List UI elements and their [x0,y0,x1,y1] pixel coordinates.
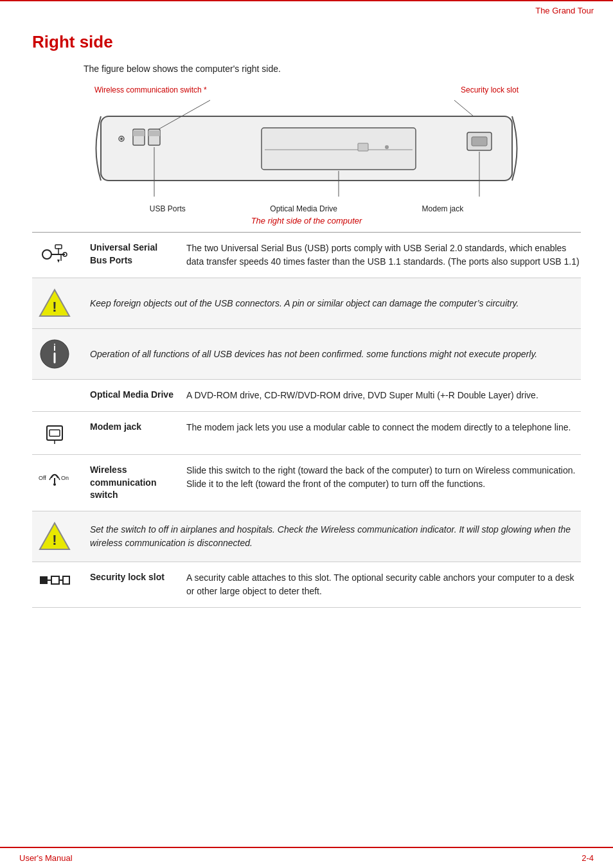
svg-point-18 [42,250,51,259]
svg-rect-43 [63,576,69,584]
svg-text:On: On [61,475,69,481]
modem-feature-desc: The modem jack lets you use a modular ca… [186,421,581,434]
top-bar: The Grand Tour [0,0,613,19]
svg-rect-10 [358,143,368,151]
label-optical: Optical Media Drive [270,204,337,213]
footer-left: User's Manual [19,853,73,863]
feature-row-optical: Optical Media Drive A DVD-ROM drive, CD-… [32,380,581,412]
label-security: Security lock slot [461,85,519,94]
svg-line-14 [454,100,474,116]
laptop-diagram-svg [82,97,531,200]
feature-row-wireless: Off On Wireless communication switch Sli… [32,455,581,511]
svg-rect-13 [472,137,487,146]
warning-icon-1: ! [32,287,77,319]
svg-text:i: i [53,342,56,353]
usb-feature-desc: The two Universal Serial Bus (USB) ports… [186,242,581,269]
modem-icon [32,421,77,445]
usb-icon [32,242,77,267]
footer: User's Manual 2-4 [0,847,613,868]
diagram-labels-bottom: USB Ports Optical Media Drive Modem jack [82,204,531,213]
wireless-warning-text: Set the switch to off in airplanes and h… [90,523,581,550]
label-usb: USB Ports [150,204,186,213]
main-content: Right side The figure below shows the co… [0,19,613,646]
page-title: Right side [32,32,581,52]
wireless-feature-desc: Slide this switch to the right (toward t… [186,464,581,491]
optical-feature-title: Optical Media Drive [90,389,173,402]
usb-feature-title: Universal Serial Bus Ports [90,242,173,267]
svg-rect-39 [40,576,48,584]
label-wireless: Wireless communication switch * [94,85,207,94]
wireless-feature-title: Wireless communication switch [90,464,173,502]
optical-feature-desc: A DVD-ROM drive, CD-RW/DVD-ROM drive, DV… [186,389,581,402]
usb-warning-text: Keep foreign objects out of the USB conn… [90,297,581,310]
svg-marker-23 [57,260,60,263]
diagram-caption: The right side of the computer [82,216,531,226]
notice-row-usb-warning: ! Keep foreign objects out of the USB co… [32,278,581,329]
security-feature-title: Security lock slot [90,571,173,584]
usb-info-text: Operation of all functions of all USB de… [90,348,581,361]
feature-row-modem: Modem jack The modem jack lets you use a… [32,412,581,455]
diagram-labels-top: Wireless communication switch * Security… [82,85,531,94]
svg-point-6 [120,137,123,140]
svg-text:!: ! [52,299,57,315]
security-lock-icon [32,571,77,589]
notice-row-usb-info: i Operation of all functions of all USB … [32,329,581,380]
svg-rect-2 [133,130,145,136]
feature-row-security: Security lock slot A security cable atta… [32,562,581,608]
svg-point-11 [385,145,389,149]
svg-text:Off: Off [39,475,46,481]
svg-text:!: ! [52,532,57,548]
diagram-area: Wireless communication switch * Security… [82,85,531,226]
label-modem: Modem jack [422,204,464,213]
svg-rect-8 [262,128,416,170]
security-feature-desc: A security cable attaches to this slot. … [186,571,581,598]
wireless-switch-icon: Off On [32,464,77,488]
header-title: The Grand Tour [535,6,594,15]
feature-row-usb: Universal Serial Bus Ports The two Unive… [32,233,581,278]
svg-rect-4 [148,130,160,136]
svg-point-35 [53,483,56,486]
footer-right: 2-4 [582,853,594,863]
intro-text: The figure below shows the computer's ri… [84,64,581,74]
svg-rect-31 [49,430,60,436]
svg-rect-41 [51,576,59,584]
notice-row-wireless-warning: ! Set the switch to off in airplanes and… [32,511,581,562]
warning-icon-2: ! [32,520,77,553]
info-icon-1: i [32,338,77,370]
modem-feature-title: Modem jack [90,421,173,434]
